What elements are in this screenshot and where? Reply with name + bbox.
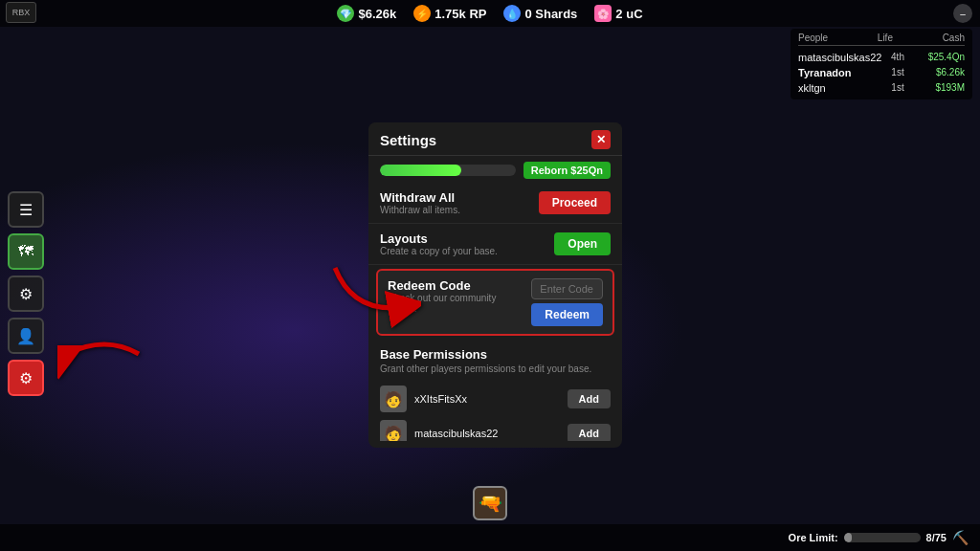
ore-limit-values: 8/75: [926, 532, 947, 543]
leaderboard: People Life Cash matascibulskas22 4th $2…: [791, 29, 972, 99]
tool-icon[interactable]: 🔫: [473, 486, 507, 520]
tool-icon-symbol: 🔫: [479, 492, 502, 515]
ore-limit-display: Ore Limit: 8/75 ⛏️: [789, 530, 969, 545]
redeem-button[interactable]: Redeem: [531, 303, 603, 326]
player-icon: 👤: [16, 327, 35, 345]
layouts-desc: Create a copy of your base.: [380, 246, 498, 256]
cash-icon: 💎: [337, 5, 354, 22]
ore-limit-label: Ore Limit:: [789, 532, 838, 543]
rp-icon: ⚡: [413, 5, 431, 22]
redeem-desc: Check out our community server!: [388, 293, 523, 314]
withdraw-desc: Withdraw all items.: [380, 205, 460, 215]
top-settings-button[interactable]: –: [953, 4, 972, 23]
reborn-progress-bar: [380, 165, 516, 176]
sidebar-gear-button[interactable]: ⚙: [8, 276, 44, 312]
settings-scrollable[interactable]: Withdraw All Withdraw all items. Proceed…: [368, 183, 622, 441]
menu-icon: ☰: [19, 201, 33, 219]
withdraw-row: Withdraw All Withdraw all items. Proceed: [380, 190, 611, 215]
settings-close-button[interactable]: ✕: [591, 130, 611, 149]
rp-value: 1.75k RP: [434, 7, 486, 21]
player-cash-1: $25.4Qn: [912, 52, 965, 63]
player-name-permission-1: xXItsFitsXx: [414, 393, 560, 405]
permissions-title: Base Permissions: [380, 347, 611, 362]
gear-icon: ⚙: [19, 285, 33, 303]
leaderboard-row: matascibulskas22 4th $25.4Qn: [798, 50, 965, 65]
player-row-2: 🧑 matascibulskas22 Add: [380, 416, 611, 441]
player-avatar-1: 🧑: [380, 386, 407, 412]
uc-value: 2 uC: [615, 7, 642, 21]
sidebar-menu-button[interactable]: ☰: [8, 191, 44, 228]
leaderboard-cash-col: Cash: [943, 33, 965, 43]
redeem-code-section: Redeem Code Check out our community serv…: [376, 269, 614, 336]
layouts-label: Layouts: [380, 231, 498, 246]
player-rank-1: 4th: [883, 52, 912, 63]
uc-display: 🌸 2 uC: [594, 5, 642, 22]
withdraw-proceed-button[interactable]: Proceed: [539, 191, 611, 214]
withdraw-label: Withdraw All: [380, 190, 460, 205]
layouts-open-button[interactable]: Open: [554, 232, 611, 255]
add-player-button-1[interactable]: Add: [568, 389, 611, 408]
permissions-section: Base Permissions Grant other players per…: [368, 340, 622, 441]
redeem-info: Redeem Code Check out our community serv…: [388, 278, 523, 314]
rp-display: ⚡ 1.75k RP: [413, 5, 486, 22]
ore-limit-fill: [844, 533, 852, 542]
uc-icon: 🌸: [594, 5, 612, 22]
add-player-button-2[interactable]: Add: [568, 424, 611, 441]
shards-icon: 💧: [503, 5, 521, 22]
player-row-1: 🧑 xXItsFitsXx Add: [380, 382, 611, 416]
shards-value: 0 Shards: [524, 7, 577, 21]
settings-title: Settings: [380, 132, 436, 148]
left-sidebar: ☰ 🗺 ⚙ 👤 ⚙: [8, 191, 44, 396]
roblox-logo: RBX: [6, 2, 36, 23]
cash-value: $6.26k: [358, 7, 396, 21]
reborn-progress-fill: [380, 165, 461, 176]
leaderboard-row: Tyranadon 1st $6.26k: [798, 65, 965, 80]
leaderboard-life-col: Life: [878, 33, 893, 43]
sidebar-map-button[interactable]: 🗺: [8, 233, 44, 270]
withdraw-all-section: Withdraw All Withdraw all items. Proceed: [368, 183, 622, 224]
player-rank-3: 1st: [883, 82, 912, 94]
player-rank-2: 1st: [883, 67, 912, 78]
player-name-permission-2: matascibulskas22: [414, 428, 560, 439]
reborn-button[interactable]: Reborn $25Qn: [523, 162, 611, 179]
ore-limit-bar: [844, 533, 921, 542]
player-name-3: xkltgn: [798, 82, 883, 94]
player-cash-2: $6.26k: [912, 67, 965, 78]
player-avatar-2: 🧑: [380, 420, 407, 441]
withdraw-info: Withdraw All Withdraw all items.: [380, 190, 460, 215]
permissions-desc: Grant other players permissions to edit …: [380, 364, 611, 374]
cash-display: 💎 $6.26k: [337, 5, 396, 22]
map-icon: 🗺: [18, 243, 33, 260]
shards-display: 💧 0 Shards: [503, 5, 577, 22]
leaderboard-people-col: People: [798, 33, 828, 43]
redeem-inputs-container: Redeem: [531, 278, 603, 326]
leaderboard-row: xkltgn 1st $193M: [798, 80, 965, 96]
bottom-bar: Ore Limit: 8/75 ⛏️: [0, 524, 980, 551]
leaderboard-header: People Life Cash: [798, 33, 965, 46]
top-bar: RBX 💎 $6.26k ⚡ 1.75k RP 💧 0 Shards 🌸 2 u…: [0, 0, 980, 27]
player-cash-3: $193M: [912, 82, 965, 94]
redeem-code-input[interactable]: [531, 278, 603, 299]
settings-header: Settings ✕: [368, 122, 622, 156]
sidebar-player-button[interactable]: 👤: [8, 318, 44, 354]
settings-panel: Settings ✕ Reborn $25Qn Withdraw All Wit…: [368, 122, 622, 448]
sidebar-settings-button[interactable]: ⚙: [8, 360, 44, 396]
layouts-section: Layouts Create a copy of your base. Open: [368, 224, 622, 265]
player-name-1: matascibulskas22: [798, 52, 883, 63]
progress-row: Reborn $25Qn: [368, 156, 622, 183]
layouts-info: Layouts Create a copy of your base.: [380, 231, 498, 256]
redeem-label: Redeem Code: [388, 278, 523, 293]
layouts-row: Layouts Create a copy of your base. Open: [380, 231, 611, 256]
ore-icon: ⛏️: [952, 530, 969, 545]
redeem-row: Redeem Code Check out our community serv…: [388, 278, 603, 326]
player-name-2: Tyranadon: [798, 67, 883, 78]
settings-icon: ⚙: [19, 369, 33, 387]
